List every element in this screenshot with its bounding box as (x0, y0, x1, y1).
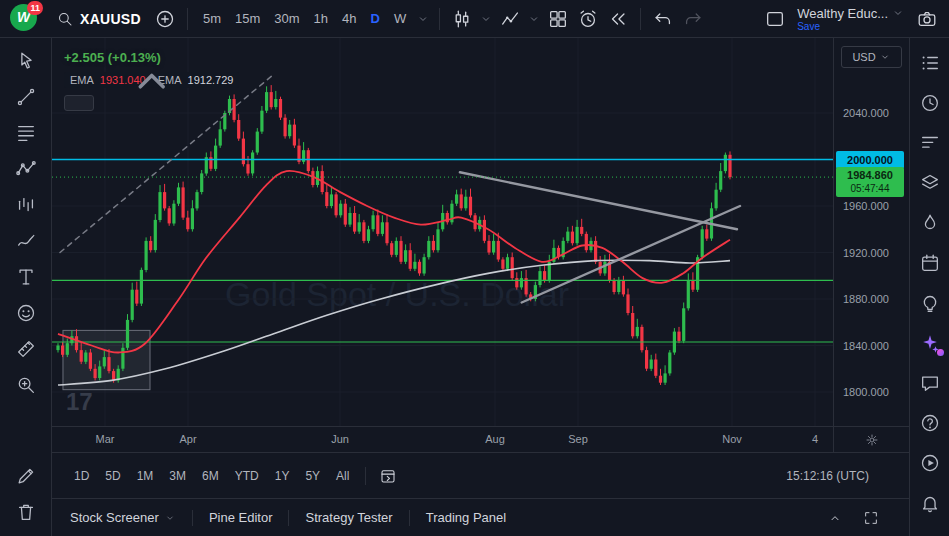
price-tick: 1840.000 (843, 340, 889, 352)
text-tool-button[interactable] (9, 262, 43, 291)
go-to-date-icon (379, 467, 397, 485)
clock[interactable]: 15:12:16 (UTC) (786, 469, 895, 483)
ruler-icon (15, 338, 37, 360)
create-alert-button[interactable] (574, 5, 602, 33)
timeframe-D[interactable]: D (364, 6, 387, 31)
divider (409, 510, 410, 526)
account-name: Wealthy Educ... (797, 6, 888, 22)
chat-button[interactable] (915, 368, 945, 397)
timeframe-menu-button[interactable] (415, 5, 431, 33)
compare-add-button[interactable] (151, 5, 179, 33)
svg-text:17: 17 (66, 388, 93, 415)
hotlists-button[interactable] (915, 128, 945, 157)
timeframe-1h[interactable]: 1h (307, 6, 335, 31)
chart-type-button[interactable] (448, 5, 476, 33)
fib-retracement-tool-button[interactable] (9, 118, 43, 147)
bar-countdown: 05:47:44 (836, 182, 904, 195)
timeframe-W[interactable]: W (387, 6, 413, 31)
chat-icon (919, 372, 941, 394)
footer-tab-trading-panel[interactable]: Trading Panel (426, 510, 506, 525)
redo-button[interactable] (679, 5, 707, 33)
range-5y[interactable]: 5Y (297, 464, 328, 488)
go-to-date-button[interactable] (374, 462, 402, 490)
timeframe-30m[interactable]: 30m (267, 6, 306, 31)
ideas-button[interactable] (915, 288, 945, 317)
gear-icon (864, 432, 880, 448)
timeframe-5m[interactable]: 5m (196, 6, 228, 31)
layout-templates-button[interactable] (544, 5, 572, 33)
range-all[interactable]: All (328, 464, 357, 488)
layers-icon (919, 172, 941, 194)
panel-collapse-button[interactable] (821, 504, 849, 532)
measure-tool-button[interactable] (9, 334, 43, 363)
watchlist-button[interactable] (915, 48, 945, 77)
plus-circle-icon (154, 8, 176, 30)
chevron-down-icon (416, 12, 430, 26)
app-logo[interactable]: W 11 (10, 4, 42, 34)
time-tick: 4 (812, 433, 818, 445)
new-window-button[interactable] (761, 5, 789, 33)
range-6m[interactable]: 6M (194, 464, 227, 488)
ideas-icon (919, 292, 941, 314)
alerts-button[interactable] (915, 88, 945, 117)
ai-assistant-button[interactable] (915, 328, 945, 357)
edit-drawings-button[interactable] (9, 461, 43, 490)
chevron-down-icon (879, 51, 891, 63)
indicators-button[interactable] (496, 5, 524, 33)
timeframe-15m[interactable]: 15m (228, 6, 267, 31)
currency-select[interactable]: USD (841, 46, 902, 68)
legend-collapse-button[interactable] (64, 95, 94, 111)
footer-tab-stock-screener[interactable]: Stock Screener (70, 510, 176, 525)
range-1m[interactable]: 1M (129, 464, 162, 488)
zoom-tool-button[interactable] (9, 370, 43, 399)
maximize-panel-button[interactable] (857, 504, 885, 532)
save-button[interactable]: Save (797, 21, 820, 32)
undo-icon (652, 8, 674, 30)
time-tick: Jun (331, 433, 349, 445)
undo-button[interactable] (649, 5, 677, 33)
footer-tab-strategy-tester[interactable]: Strategy Tester (305, 510, 392, 525)
trend-line-icon (15, 86, 37, 108)
forecast-tool-button[interactable] (9, 190, 43, 219)
currency-label: USD (852, 51, 875, 63)
camera-icon (916, 8, 938, 30)
range-ytd[interactable]: YTD (227, 464, 267, 488)
time-axis[interactable]: MarAprJunAugSepNov4 (52, 426, 909, 452)
price-axis[interactable]: USD 2040.0002000.0001960.0001920.0001880… (833, 38, 909, 426)
redo-icon (682, 8, 704, 30)
symbol-search-button[interactable]: XAUUSD (48, 6, 149, 32)
symbol-label: XAUUSD (80, 11, 141, 27)
time-tick: Sep (568, 433, 588, 445)
trend-line-tool-button[interactable] (9, 82, 43, 111)
range-1y[interactable]: 1Y (267, 464, 298, 488)
time-scale[interactable]: MarAprJunAugSepNov4 (52, 427, 833, 452)
timeframe-4h[interactable]: 4h (335, 6, 363, 31)
screenshot-button[interactable] (913, 5, 941, 33)
range-bar: 1D5D1M3M6MYTD1Y5YAll 15:12:16 (UTC) (52, 452, 909, 498)
account-menu[interactable]: Wealthy Educ... Save (797, 4, 905, 34)
time-axis-settings[interactable] (833, 427, 909, 452)
brush-tool-button[interactable] (9, 226, 43, 255)
indicators-menu-button[interactable] (526, 5, 542, 33)
notifications-button[interactable] (915, 488, 945, 517)
streams-button[interactable] (915, 448, 945, 477)
footer-tab-pine-editor[interactable]: Pine Editor (209, 510, 273, 525)
remove-drawings-button[interactable] (9, 497, 43, 526)
clock-alert-icon (919, 92, 941, 114)
economic-calendar-button[interactable] (915, 248, 945, 277)
drawing-toolbar-bottom (9, 461, 43, 526)
cursor-tool-button[interactable] (9, 46, 43, 75)
range-3m[interactable]: 3M (161, 464, 194, 488)
range-5d[interactable]: 5D (97, 464, 128, 488)
top-movers-button[interactable] (915, 208, 945, 237)
help-button[interactable] (915, 408, 945, 437)
chart-type-menu-button[interactable] (478, 5, 494, 33)
emoji-tool-button[interactable] (9, 298, 43, 327)
calendar-icon (919, 252, 941, 274)
pattern-tool-button[interactable] (9, 154, 43, 183)
bar-replay-button[interactable] (604, 5, 632, 33)
range-1d[interactable]: 1D (66, 464, 97, 488)
object-tree-button[interactable] (915, 168, 945, 197)
chevron-up-icon (73, 97, 85, 109)
chart-pane[interactable]: Gold Spot / U.S. Dollar17 +2.505 (+0.13%… (52, 38, 833, 426)
